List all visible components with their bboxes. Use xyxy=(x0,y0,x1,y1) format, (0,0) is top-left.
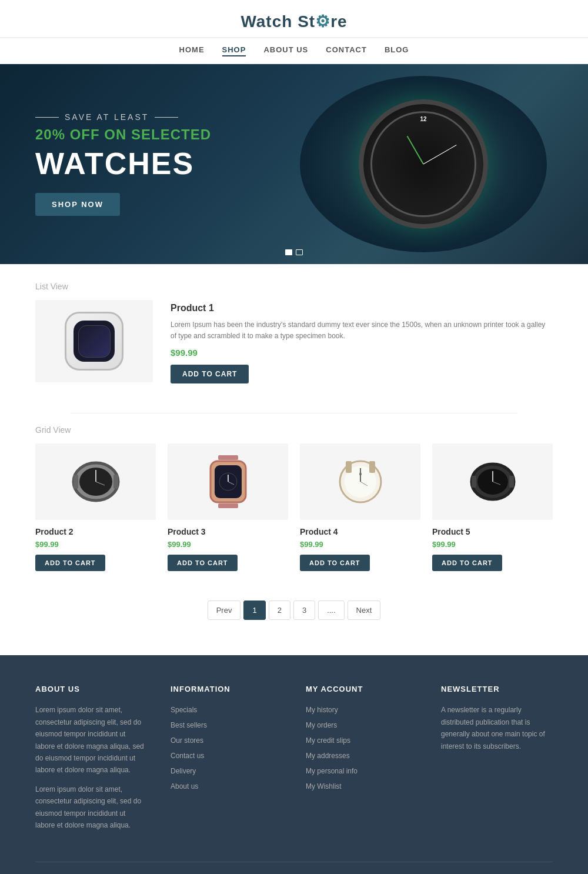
site-logo: Watch St⚙re xyxy=(0,12,588,31)
logo-text: Watch St⚙re xyxy=(240,12,347,31)
svg-rect-19 xyxy=(369,461,375,473)
info-link-bestsellers[interactable]: Best sellers xyxy=(171,721,207,729)
list-item: Our stores xyxy=(171,735,282,745)
product-1-price: $99.99 xyxy=(171,348,553,358)
footer-my-account-title: MY ACCOUNT xyxy=(306,685,417,693)
hero-banner: SAVE AT LEAST 20% OFF ON SELECTED WATCHE… xyxy=(0,64,588,264)
account-link-credit[interactable]: My credit slips xyxy=(306,736,350,745)
nav-home[interactable]: HOME xyxy=(179,45,205,56)
list-view-label: List View xyxy=(35,282,553,291)
pagination-page-1[interactable]: 1 xyxy=(243,601,265,620)
chrono-watch-img xyxy=(66,458,125,505)
list-item: My history xyxy=(306,704,417,715)
svg-text:H: H xyxy=(359,472,361,476)
footer-newsletter: NEWSLETTER A newsletter is a regularly d… xyxy=(441,685,553,838)
footer-about-text1: Lorem ipsum dolor sit amet, consectetur … xyxy=(35,704,147,776)
account-link-history[interactable]: My history xyxy=(306,706,338,714)
footer-information-links: Specials Best sellers Our stores Contact… xyxy=(171,704,282,791)
grid-product-5: Product 5 $99.99 ADD TO CART xyxy=(432,443,553,571)
list-item: My orders xyxy=(306,719,417,730)
hero-dot-2[interactable] xyxy=(296,249,303,255)
product-2-price: $99.99 xyxy=(35,540,156,549)
footer-my-account: MY ACCOUNT My history My orders My credi… xyxy=(306,685,417,838)
product-5-price: $99.99 xyxy=(432,540,553,549)
footer-about: ABOUT US Lorem ipsum dolor sit amet, con… xyxy=(35,685,147,838)
hero-cta-button[interactable]: SHOP NOW xyxy=(35,193,120,216)
list-item: My personal info xyxy=(306,765,417,776)
section-divider xyxy=(71,413,517,413)
product-1-info: Product 1 Lorem Ipsum has been the indus… xyxy=(171,300,553,383)
info-link-about[interactable]: About us xyxy=(171,782,198,790)
list-item: Delivery xyxy=(171,765,282,776)
nav-about[interactable]: ABOUT US xyxy=(263,45,308,56)
product-3-price: $99.99 xyxy=(168,540,288,549)
svg-rect-6 xyxy=(218,455,238,460)
product-3-add-to-cart[interactable]: ADD TO CART xyxy=(168,555,238,571)
list-item: Specials xyxy=(171,704,282,715)
product-5-name: Product 5 xyxy=(432,527,553,536)
footer-information-title: INFORMATION xyxy=(171,685,282,693)
product-4-image: H xyxy=(300,443,420,520)
list-view-item: Product 1 Lorem Ipsum has been the indus… xyxy=(35,300,553,395)
footer-information: INFORMATION Specials Best sellers Our st… xyxy=(171,685,282,838)
info-link-contact[interactable]: Contact us xyxy=(171,752,204,760)
product-3-name: Product 3 xyxy=(168,527,288,536)
svg-rect-25 xyxy=(509,476,514,488)
footer-newsletter-title: NEWSLETTER xyxy=(441,685,553,693)
pagination-ellipsis: .... xyxy=(318,601,344,620)
main-nav: HOME SHOP ABOUT US CONTACT BLOG xyxy=(0,38,588,64)
svg-rect-7 xyxy=(218,503,238,508)
account-link-wishlist[interactable]: My Wishlist xyxy=(306,782,342,790)
product-5-add-to-cart[interactable]: ADD TO CART xyxy=(432,555,502,571)
footer-my-account-links: My history My orders My credit slips My … xyxy=(306,704,417,791)
dark-watch-img xyxy=(463,458,522,505)
hero-dot-1[interactable] xyxy=(285,249,292,255)
product-4-name: Product 4 xyxy=(300,527,420,536)
footer-grid: ABOUT US Lorem ipsum dolor sit amet, con… xyxy=(35,685,553,838)
pagination-page-2[interactable]: 2 xyxy=(269,601,290,620)
hero-dots xyxy=(285,249,303,255)
grid-product-4: H Product 4 $99.99 ADD TO CART xyxy=(300,443,420,571)
info-link-stores[interactable]: Our stores xyxy=(171,736,203,745)
grid-product-2: Product 2 $99.99 ADD TO CART xyxy=(35,443,156,571)
hero-discount: 20% OFF ON SELECTED xyxy=(35,126,553,143)
rose-watch-img xyxy=(202,452,255,511)
pagination-prev[interactable]: Prev xyxy=(208,601,241,620)
footer-about-title: ABOUT US xyxy=(35,685,147,693)
product-2-name: Product 2 xyxy=(35,527,156,536)
product-1-image xyxy=(35,300,153,382)
product-3-image xyxy=(168,443,288,520)
account-link-addresses[interactable]: My addresses xyxy=(306,752,350,760)
grid-product-3: Product 3 $99.99 ADD TO CART xyxy=(168,443,288,571)
list-item: Best sellers xyxy=(171,719,282,730)
info-link-specials[interactable]: Specials xyxy=(171,706,197,714)
product-1-desc: Lorem Ipsum has been the industry's stan… xyxy=(171,319,553,342)
product-4-price: $99.99 xyxy=(300,540,420,549)
hero-title: WATCHES xyxy=(35,146,553,181)
product-2-image xyxy=(35,443,156,520)
svg-rect-24 xyxy=(472,476,476,488)
nav-blog[interactable]: BLOG xyxy=(385,45,409,56)
product-4-add-to-cart[interactable]: ADD TO CART xyxy=(300,555,370,571)
svg-rect-4 xyxy=(74,475,78,489)
account-link-orders[interactable]: My orders xyxy=(306,721,337,729)
pagination: Prev 1 2 3 .... Next xyxy=(35,589,553,638)
list-item: My credit slips xyxy=(306,735,417,745)
pagination-next[interactable]: Next xyxy=(348,601,381,620)
list-item: My addresses xyxy=(306,750,417,760)
footer-newsletter-text: A newsletter is a regularly distributed … xyxy=(441,704,553,752)
nav-contact[interactable]: CONTACT xyxy=(326,45,367,56)
product-5-image xyxy=(432,443,553,520)
nav-shop[interactable]: SHOP xyxy=(222,45,246,56)
grid-view: Product 2 $99.99 ADD TO CART Product 3 $… xyxy=(35,443,553,571)
header: Watch St⚙re HOME SHOP ABOUT US CONTACT B… xyxy=(0,0,588,64)
footer-bottom: WordPress Theme Designed With TemplateTo… xyxy=(35,862,553,874)
product-1-add-to-cart[interactable]: ADD TO CART xyxy=(171,365,249,383)
info-link-delivery[interactable]: Delivery xyxy=(171,767,196,775)
pagination-page-3[interactable]: 3 xyxy=(293,601,315,620)
minimal-watch-img: H xyxy=(334,455,387,508)
product-2-add-to-cart[interactable]: ADD TO CART xyxy=(35,555,105,571)
account-link-personal[interactable]: My personal info xyxy=(306,767,358,775)
list-item: My Wishlist xyxy=(306,780,417,791)
hero-save-text: SAVE AT LEAST xyxy=(35,112,553,122)
